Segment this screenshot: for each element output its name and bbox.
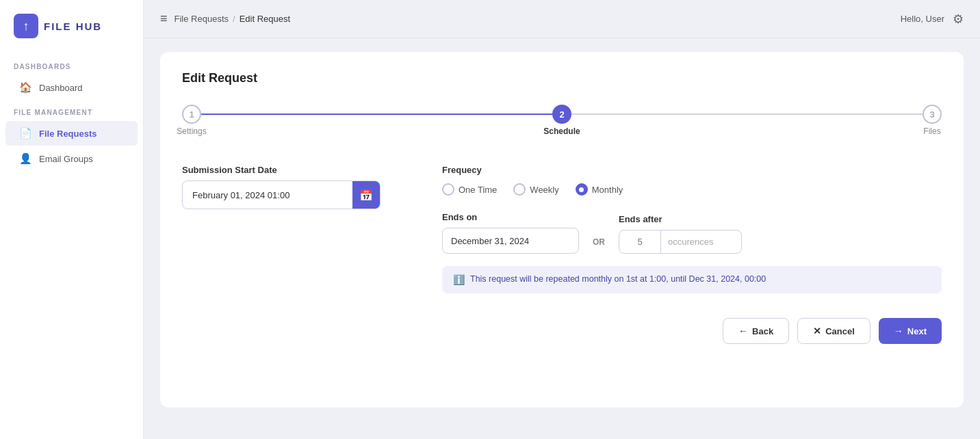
radio-one-time[interactable]: One Time [442, 183, 497, 196]
sidebar-section-dashboards: DASHBOARDS [0, 55, 143, 75]
back-icon: ← [738, 325, 748, 336]
frequency-label: Frequecy [442, 165, 942, 175]
start-date-calendar-button[interactable]: 📅 [352, 181, 380, 209]
radio-monthly[interactable]: Monthly [576, 183, 623, 196]
step-label-1: Settings [177, 127, 206, 136]
back-button[interactable]: ← Back [723, 318, 789, 344]
gear-icon[interactable]: ⚙ [953, 12, 964, 27]
page-title: Edit Request [182, 71, 942, 85]
next-button[interactable]: → Next [879, 318, 942, 344]
topbar-right: Hello, User ⚙ [901, 12, 964, 27]
step-circle-1: 1 [182, 105, 201, 124]
sidebar-item-label: Email Groups [39, 154, 93, 164]
step-connector-2 [571, 114, 923, 115]
info-icon: ℹ️ [453, 274, 465, 285]
logo: ↑ FILE HUB [0, 14, 143, 55]
or-label: OR [590, 237, 608, 247]
frequency-radio-group: One Time Weekly Monthly [442, 183, 942, 196]
step-circle-2: 2 [552, 105, 571, 124]
person-icon: 👤 [19, 152, 32, 165]
radio-label-one-time: One Time [459, 185, 497, 195]
edit-request-card: Edit Request 1 Settings 2 Schedule [160, 52, 964, 408]
breadcrumb-separator: / [233, 14, 235, 24]
breadcrumb-current: Edit Request [240, 14, 290, 24]
sidebar-item-label: Dashboard [39, 83, 83, 93]
step-2: 2 Schedule [552, 105, 571, 124]
topbar: ≡ File Requests / Edit Request Hello, Us… [144, 0, 980, 38]
cancel-label: Cancel [825, 326, 855, 336]
next-label: Next [907, 326, 927, 336]
topbar-left: ≡ File Requests / Edit Request [160, 12, 290, 26]
main-content: ≡ File Requests / Edit Request Hello, Us… [144, 0, 980, 439]
ends-on-input[interactable] [443, 230, 574, 252]
step-connector-1 [201, 114, 552, 115]
cancel-button[interactable]: ✕ Cancel [797, 318, 871, 344]
info-box: ℹ️ This request will be repeated monthly… [442, 266, 942, 293]
sidebar-item-file-requests[interactable]: 📄 File Requests [5, 121, 138, 146]
radio-weekly[interactable]: Weekly [513, 183, 558, 196]
form-left: Submission Start Date 📅 [182, 165, 401, 209]
card-container: Edit Request 1 Settings 2 Schedule [144, 38, 980, 439]
radio-label-weekly: Weekly [530, 185, 558, 195]
home-icon: 🏠 [19, 81, 32, 94]
step-label-3: Files [923, 127, 940, 136]
ends-on-input-wrap: ✕ 📅 [442, 228, 579, 254]
radio-circle-one-time [442, 183, 454, 196]
ends-on-label: Ends on [442, 212, 579, 222]
ends-on-col: Ends on ✕ 📅 [442, 212, 579, 254]
ends-after-input[interactable] [619, 230, 660, 253]
sidebar: ↑ FILE HUB DASHBOARDS 🏠 Dashboard FILE M… [0, 0, 144, 439]
occurrences-label: occurences [660, 230, 741, 253]
ends-after-col: Ends after occurences [619, 214, 742, 254]
next-icon: → [894, 325, 903, 336]
ends-on-clear-button[interactable]: ✕ [574, 235, 579, 246]
ends-row: Ends on ✕ 📅 OR Ends after [442, 212, 942, 254]
start-date-input-wrap: 📅 [182, 181, 381, 209]
sidebar-section-file-management: FILE MANAGEMENT [0, 101, 143, 120]
sidebar-item-dashboard[interactable]: 🏠 Dashboard [5, 75, 138, 100]
stepper: 1 Settings 2 Schedule 3 [182, 105, 942, 137]
start-date-input[interactable] [183, 183, 352, 207]
step-label-2: Schedule [543, 127, 580, 136]
step-3: 3 Files [923, 105, 942, 124]
radio-label-monthly: Monthly [592, 185, 623, 195]
hamburger-icon[interactable]: ≡ [160, 12, 168, 26]
radio-circle-monthly [576, 183, 588, 196]
logo-icon: ↑ [14, 14, 38, 38]
ends-after-label: Ends after [619, 214, 742, 224]
radio-circle-weekly [513, 183, 526, 196]
user-greeting: Hello, User [901, 14, 944, 24]
info-text: This request will be repeated monthly on… [470, 274, 766, 284]
actions: ← Back ✕ Cancel → Next [182, 318, 942, 344]
step-1: 1 Settings [182, 105, 201, 124]
back-label: Back [752, 326, 773, 336]
form-area: Submission Start Date 📅 Frequecy One Tim… [182, 165, 942, 293]
form-right: Frequecy One Time Weekly Monthly [442, 165, 942, 293]
sidebar-item-email-groups[interactable]: 👤 Email Groups [5, 146, 138, 171]
logo-text: FILE HUB [44, 21, 102, 32]
breadcrumb: File Requests / Edit Request [175, 14, 291, 24]
start-date-label: Submission Start Date [182, 165, 401, 175]
cancel-icon: ✕ [813, 325, 821, 336]
sidebar-item-label: File Requests [39, 129, 97, 139]
ends-after-input-wrap: occurences [619, 230, 742, 254]
file-icon: 📄 [19, 127, 32, 139]
step-circle-3: 3 [923, 105, 942, 124]
breadcrumb-parent[interactable]: File Requests [175, 14, 229, 24]
